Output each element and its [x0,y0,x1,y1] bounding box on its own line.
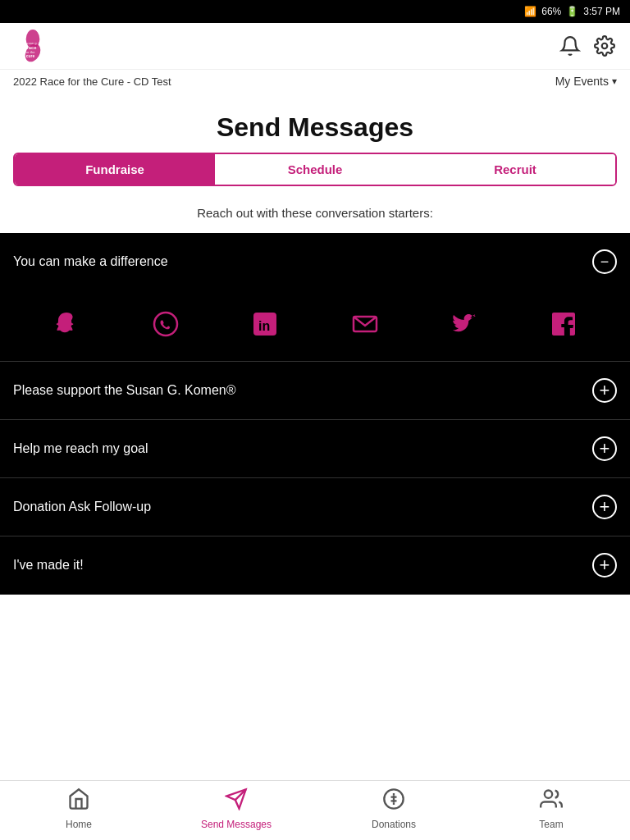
home-icon [67,788,90,815]
svg-text:cure: cure [26,53,35,58]
team-icon [540,788,563,815]
accordion-you-can-title: You can make a difference [13,254,168,269]
accordion-followup: Donation Ask Follow-up + [0,478,630,536]
dollar-icon [382,788,405,815]
nav-donations[interactable]: Donations [315,788,472,830]
svg-text:in: in [258,319,270,333]
accordion-reach: Help me reach my goal + [0,420,630,478]
clock: 3:57 PM [583,6,620,17]
accordion-made-it-title: I've made it! [13,558,84,573]
nav-team[interactable]: Team [472,788,630,830]
accordion-followup-header[interactable]: Donation Ask Follow-up + [0,478,630,536]
accordion-you-can-icon: − [592,249,617,274]
linkedin-icon[interactable]: in [244,304,285,345]
settings-button[interactable] [592,34,617,58]
nav-team-label: Team [539,819,563,830]
my-events-button[interactable]: My Events ▾ [555,75,617,88]
accordion-followup-icon: + [592,495,617,519]
email-icon[interactable] [345,304,386,345]
page-subtitle: Reach out with these conversation starte… [0,199,630,233]
header-icons [558,34,617,58]
nav-home[interactable]: Home [0,788,158,830]
chevron-down-icon: ▾ [612,75,617,87]
accordion-reach-header[interactable]: Help me reach my goal + [0,420,630,477]
accordion-support: Please support the Susan G. Komen® + [0,362,630,420]
send-icon [225,788,248,815]
accordion-followup-title: Donation Ask Follow-up [13,500,151,514]
header: susan g. komen race for the cure [0,23,630,70]
battery-icon: 🔋 [566,6,578,17]
wifi-icon: 📶 [524,6,536,17]
whatsapp-icon[interactable] [145,304,186,345]
logo-area: susan g. komen race for the cure [13,30,52,62]
nav-send-messages[interactable]: Send Messages [158,788,315,830]
accordion-made-it-icon: + [592,553,617,578]
notification-button[interactable] [558,34,582,58]
facebook-icon[interactable] [543,304,584,345]
svg-point-7 [154,313,177,336]
svg-point-17 [545,791,552,798]
tab-bar: Fundraise Schedule Recruit [13,153,617,186]
accordion-you-can: You can make a difference − in [0,233,630,362]
page-title: Send Messages [13,112,617,143]
svg-text:race: race [27,45,38,50]
nav-home-label: Home [66,819,92,830]
subheader: 2022 Race for the Cure - CD Test My Even… [0,70,630,96]
bottom-nav: Home Send Messages Donations [0,780,630,840]
battery-level: 66% [541,6,561,17]
accordion-support-title: Please support the Susan G. Komen® [13,383,236,398]
twitter-icon[interactable] [444,304,485,345]
komen-logo: susan g. komen race for the cure [13,30,52,62]
status-bar: 📶 66% 🔋 3:57 PM [0,0,630,23]
accordion-made-it-header[interactable]: I've made it! + [0,536,630,594]
nav-donations-label: Donations [372,819,416,830]
event-title: 2022 Race for the Cure - CD Test [13,75,171,88]
accordion-made-it: I've made it! + [0,536,630,595]
tab-schedule[interactable]: Schedule [215,154,415,185]
accordion-support-icon: + [592,378,617,403]
accordion-reach-icon: + [592,436,617,461]
tab-recruit[interactable]: Recruit [415,154,615,185]
accordion-you-can-header[interactable]: You can make a difference − [0,233,630,290]
social-icons-row: in [0,290,630,361]
nav-send-messages-label: Send Messages [201,819,272,830]
tab-fundraise[interactable]: Fundraise [15,154,215,185]
snapchat-icon[interactable] [46,304,87,345]
accordion-support-header[interactable]: Please support the Susan G. Komen® + [0,362,630,419]
accordion-reach-title: Help me reach my goal [13,441,148,456]
page-title-section: Send Messages [0,96,630,153]
svg-point-6 [602,43,608,49]
